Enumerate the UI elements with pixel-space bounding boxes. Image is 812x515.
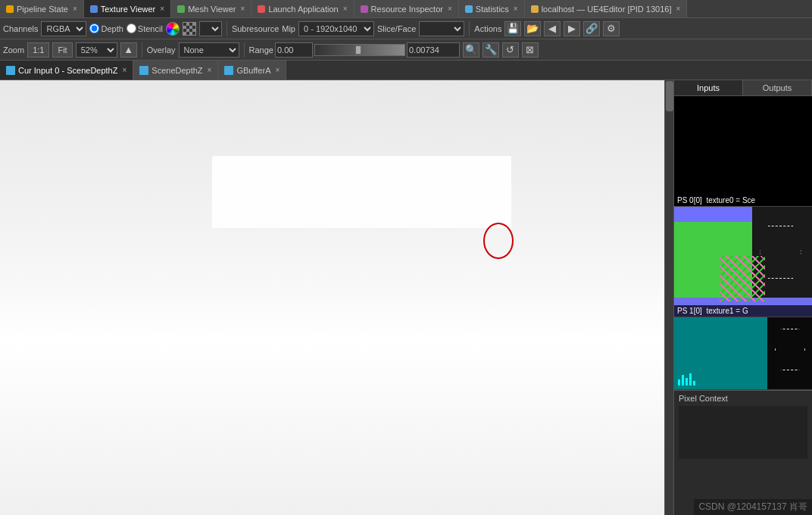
color-wheel-button[interactable] bbox=[166, 22, 180, 36]
range-copy-icon[interactable]: ⊠ bbox=[522, 42, 539, 58]
tab-texture-viewer[interactable]: Texture Viewer × bbox=[84, 0, 171, 17]
range-track[interactable] bbox=[314, 44, 405, 56]
texture-item-0[interactable]: PS 0[0] texture0 = Sce bbox=[674, 96, 812, 207]
action-settings-btn[interactable]: ⚙ bbox=[603, 21, 620, 36]
launch-app-icon bbox=[258, 5, 265, 13]
sub-tab-scene-depth-cur[interactable]: Cur Input 0 - SceneDepthZ × bbox=[0, 61, 133, 80]
range-thumb[interactable] bbox=[355, 45, 361, 55]
resource-inspector-icon bbox=[361, 5, 368, 13]
inputs-label: Inputs bbox=[697, 83, 720, 92]
depth-label: Depth bbox=[101, 24, 123, 33]
overlay-select[interactable]: None bbox=[179, 42, 239, 58]
zoom-select[interactable]: 52% bbox=[76, 42, 117, 58]
tab-resource-inspector-label: Resource Inspector bbox=[371, 5, 443, 14]
sub-tab-scene-label: SceneDepthZ bbox=[151, 66, 202, 75]
mesh-viewer-icon bbox=[177, 5, 185, 13]
tab-launch-application-close[interactable]: × bbox=[343, 5, 348, 13]
teal-bar-2 bbox=[682, 375, 684, 385]
texture-item-1[interactable]: PS 1[0] texture1 = G bbox=[674, 207, 812, 317]
sub-tab-scene-close[interactable]: × bbox=[208, 66, 212, 74]
depth-radio[interactable] bbox=[89, 23, 99, 33]
teal-bar-4 bbox=[689, 373, 692, 385]
overlay-label: Overlay bbox=[147, 45, 176, 55]
depth-radio-label[interactable]: Depth bbox=[89, 23, 123, 33]
unknown-select[interactable] bbox=[199, 21, 222, 36]
pixel-context-content bbox=[679, 406, 807, 459]
pipeline-state-icon bbox=[6, 5, 14, 13]
stencil-radio-label[interactable]: Stencil bbox=[126, 23, 163, 33]
canvas-area[interactable] bbox=[0, 80, 673, 515]
sub-tab-scene-icon bbox=[139, 66, 148, 75]
tab-launch-application-label: Launch Application bbox=[268, 5, 338, 14]
tab-texture-viewer-close[interactable]: × bbox=[160, 5, 164, 13]
sub-tab-scene-depth[interactable]: SceneDepthZ × bbox=[133, 61, 218, 80]
tab-ue4editor[interactable]: localhost — UE4Editor [PID 13016] × bbox=[525, 0, 688, 17]
action-open-btn[interactable]: 📂 bbox=[524, 21, 541, 36]
range-min-input[interactable] bbox=[275, 42, 313, 58]
sub-tab-cur-label: Cur Input 0 - SceneDepthZ bbox=[18, 66, 117, 75]
tab-mesh-viewer-close[interactable]: × bbox=[241, 5, 245, 13]
slice-select[interactable] bbox=[419, 21, 464, 36]
mip-select[interactable]: 0 - 1920x1040 bbox=[298, 21, 374, 36]
tab-resource-inspector-close[interactable]: × bbox=[448, 5, 452, 13]
action-save-btn[interactable]: 💾 bbox=[504, 21, 521, 36]
toolbar-row1: Channels RGBA Depth Stencil Subresource … bbox=[0, 18, 812, 39]
depth-stencil-radio-group: Depth Stencil bbox=[89, 23, 162, 33]
right-tab-outputs[interactable]: Outputs bbox=[743, 80, 812, 95]
tab-ue4editor-label: localhost — UE4Editor [PID 13016] bbox=[542, 5, 672, 14]
slice-face-label: Slice/Face bbox=[377, 24, 416, 33]
tab-mesh-viewer[interactable]: Mesh Viewer × bbox=[171, 0, 251, 17]
checker-button[interactable] bbox=[183, 22, 196, 36]
range-search-icon[interactable]: 🔍 bbox=[463, 42, 479, 58]
sub-tab-gbuffer-close[interactable]: × bbox=[275, 66, 280, 74]
sub-tab-gbuffer[interactable]: GBufferA × bbox=[218, 61, 286, 80]
fit-button[interactable]: Fit bbox=[52, 42, 72, 58]
tab-statistics-close[interactable]: × bbox=[514, 5, 518, 13]
scrollbar-thumb[interactable] bbox=[666, 81, 673, 111]
right-tab-inputs[interactable]: Inputs bbox=[674, 80, 743, 95]
zoom-1-1-button[interactable]: 1:1 bbox=[27, 42, 49, 58]
statistics-icon bbox=[465, 5, 473, 13]
range-label: Range bbox=[249, 45, 273, 55]
channels-select[interactable]: RGBA bbox=[41, 21, 86, 36]
teal-bar-1 bbox=[678, 379, 680, 385]
tab-pipeline-state-close[interactable]: × bbox=[73, 5, 77, 13]
range-pick-icon[interactable]: 🔧 bbox=[483, 42, 499, 58]
action-prev-btn[interactable]: ◀ bbox=[544, 21, 561, 36]
tab-ue4editor-close[interactable]: × bbox=[676, 5, 680, 13]
tab-texture-viewer-label: Texture Viewer bbox=[101, 5, 156, 14]
texture-viewer-icon bbox=[90, 5, 98, 13]
action-link-btn[interactable]: 🔗 bbox=[583, 21, 600, 36]
range-reset-icon[interactable]: ↺ bbox=[502, 42, 519, 58]
texture-thumb-1: PS 1[0] texture1 = G bbox=[674, 207, 812, 317]
teal-dashed-shape bbox=[775, 329, 805, 370]
separator1 bbox=[226, 21, 227, 36]
texture-thumb-0: PS 0[0] texture0 = Sce bbox=[674, 96, 812, 206]
red-circle-indicator bbox=[483, 223, 514, 259]
sub-tab-gbuffer-icon bbox=[224, 66, 233, 75]
tab-launch-application[interactable]: Launch Application × bbox=[251, 0, 354, 17]
outputs-label: Outputs bbox=[763, 83, 792, 92]
range-max-input[interactable] bbox=[407, 42, 460, 58]
tab-resource-inspector[interactable]: Resource Inspector × bbox=[354, 0, 459, 17]
range-container: Range bbox=[249, 42, 460, 58]
canvas-scrollbar[interactable] bbox=[664, 80, 673, 515]
texture-label-0: PS 0[0] texture0 = Sce bbox=[674, 195, 812, 206]
stencil-radio[interactable] bbox=[126, 23, 136, 33]
tab-pipeline-state[interactable]: Pipeline State × bbox=[0, 0, 84, 17]
pixel-context-section: Pixel Context bbox=[674, 390, 812, 462]
tab-pipeline-state-label: Pipeline State bbox=[17, 5, 68, 14]
zoom-up-icon[interactable]: ▲ bbox=[120, 42, 137, 58]
texture-label-1: PS 1[0] texture1 = G bbox=[674, 305, 812, 317]
main-tab-bar: Pipeline State × Texture Viewer × Mesh V… bbox=[0, 0, 812, 18]
tab-statistics[interactable]: Statistics × bbox=[459, 0, 525, 17]
teal-bar-5 bbox=[693, 381, 695, 385]
sub-tab-cur-close[interactable]: × bbox=[122, 66, 126, 74]
canvas-content bbox=[0, 80, 673, 515]
sub-tab-gbuffer-label: GBufferA bbox=[236, 66, 270, 75]
action-next-btn[interactable]: ▶ bbox=[564, 21, 580, 36]
right-panel-content: PS 0[0] texture0 = Sce PS 1[0] texture1 … bbox=[674, 96, 812, 515]
texture-name-1: texture1 = G bbox=[706, 307, 748, 315]
texture-item-2[interactable] bbox=[674, 317, 812, 390]
teal-bars bbox=[678, 370, 695, 385]
